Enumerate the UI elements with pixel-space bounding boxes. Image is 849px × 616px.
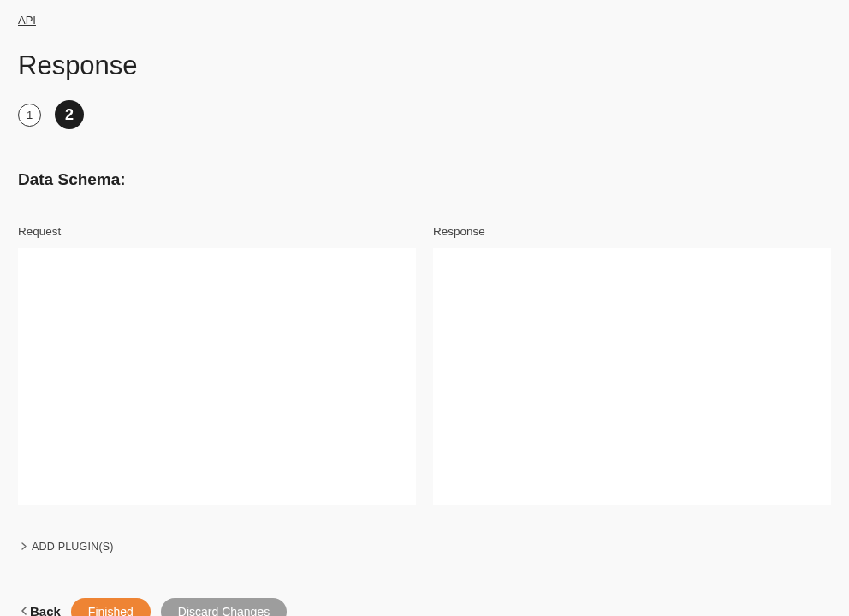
chevron-right-icon [21, 542, 27, 552]
schema-request-col: Request [18, 225, 416, 505]
response-label: Response [433, 225, 831, 238]
footer-actions: Back Finished Discard Changes [21, 598, 831, 617]
stepper-connector [41, 115, 55, 116]
data-schema-title: Data Schema: [18, 170, 831, 189]
back-label: Back [30, 604, 61, 616]
back-button[interactable]: Back [21, 604, 61, 616]
page-title: Response [18, 50, 831, 81]
request-label: Request [18, 225, 416, 238]
schema-row: Request Response [18, 225, 831, 505]
schema-response-col: Response [433, 225, 831, 505]
response-input[interactable] [433, 248, 831, 505]
chevron-left-icon [21, 607, 27, 617]
stepper-step-1[interactable]: 1 [18, 104, 41, 127]
stepper-step-2[interactable]: 2 [55, 100, 84, 129]
request-input[interactable] [18, 248, 416, 505]
discard-button[interactable]: Discard Changes [161, 598, 287, 617]
stepper: 1 2 [18, 100, 831, 129]
add-plugins-label: ADD PLUGIN(S) [32, 541, 114, 553]
finished-button[interactable]: Finished [71, 598, 151, 617]
add-plugins-toggle[interactable]: ADD PLUGIN(S) [21, 541, 114, 553]
breadcrumb-api-link[interactable]: API [18, 14, 36, 27]
breadcrumb: API [18, 14, 831, 27]
